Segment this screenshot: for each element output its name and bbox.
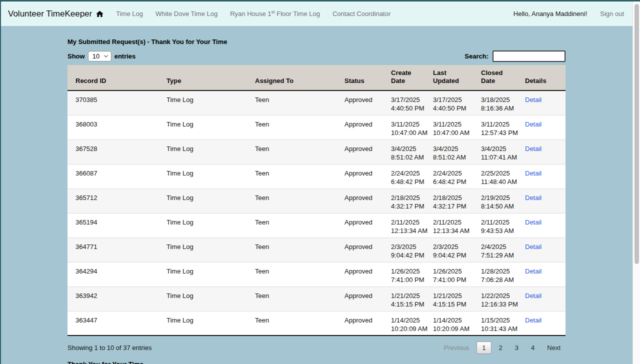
search-input[interactable] <box>492 50 566 62</box>
last-updated-cell: 2/3/20259:04:42 PM <box>425 238 473 262</box>
closed-date-cell: 3/11/202512:57:43 PM <box>473 115 517 140</box>
status-cell: Approved <box>336 238 383 262</box>
nav-link-time-log[interactable]: Time Log <box>116 10 143 18</box>
last-updated-cell: 3/4/20258:51:02 AM <box>425 140 473 164</box>
detail-link[interactable]: Detail <box>525 96 542 104</box>
closed-date-cell: 2/19/20258:14:50 AM <box>473 188 517 213</box>
header-details: Details <box>517 65 566 90</box>
record-id-cell: 364294 <box>68 262 158 286</box>
type-cell: Time Log <box>158 262 247 286</box>
closed-date-cell: 2/4/20257:51:29 AM <box>473 238 517 262</box>
scrollbar <box>632 2 640 364</box>
page-size-select[interactable]: 10 <box>88 51 112 62</box>
record-id-cell: 364771 <box>68 238 158 262</box>
brand-home-link[interactable]: Volunteer TimeKeeper <box>8 9 104 19</box>
create-date-cell: 2/18/20254:32:17 PM <box>383 188 425 213</box>
last-updated-cell: 3/11/202510:47:00 AM <box>425 115 473 140</box>
details-cell: Detail <box>517 238 566 262</box>
record-id-cell: 370385 <box>68 90 158 115</box>
next-page-button[interactable]: Next <box>542 342 566 354</box>
show-label: Show <box>68 52 85 60</box>
table-row: 368003Time LogTeenApproved3/11/202510:47… <box>68 115 566 140</box>
create-date-cell: 2/3/20259:04:42 PM <box>383 238 425 262</box>
show-entries-control: Show 10 entries <box>68 51 136 62</box>
window-frame-left <box>0 0 1 364</box>
detail-link[interactable]: Detail <box>525 170 542 177</box>
table-row: 365712Time LogTeenApproved2/18/20254:32:… <box>68 188 566 213</box>
pagination: Previous 1234 Next <box>439 342 566 354</box>
assigned-to-cell: Teen <box>247 164 336 188</box>
record-id-cell: 365194 <box>68 213 158 238</box>
last-updated-cell: 1/26/20257:41:00 PM <box>425 262 473 286</box>
assigned-to-cell: Teen <box>247 90 336 115</box>
status-cell: Approved <box>336 164 383 188</box>
details-cell: Detail <box>517 164 566 188</box>
create-date-cell: 1/21/20254:15:15 PM <box>383 286 425 311</box>
type-cell: Time Log <box>158 286 247 311</box>
table-row: 364771Time LogTeenApproved2/3/20259:04:4… <box>68 238 566 262</box>
last-updated-cell: 1/21/20254:15:15 PM <box>425 286 473 311</box>
record-id-cell: 366087 <box>68 164 158 188</box>
closed-date-cell: 1/15/202510:31:43 AM <box>473 311 517 336</box>
nav-link-contact-coordinator[interactable]: Contact Coordinator <box>332 10 390 18</box>
record-id-cell: 363942 <box>68 286 158 311</box>
table-row: 363942Time LogTeenApproved1/21/20254:15:… <box>68 286 566 311</box>
detail-link[interactable]: Detail <box>525 268 542 275</box>
nav-link-white-dove-time-log[interactable]: White Dove Time Log <box>156 10 218 18</box>
table-controls: Show 10 entries Search: <box>68 50 566 62</box>
header-type: Type <box>158 65 247 90</box>
type-cell: Time Log <box>158 213 247 238</box>
page-size-select-wrap: 10 <box>88 51 112 62</box>
status-cell: Approved <box>336 262 383 286</box>
bottom-section-title: Thank You for Your Time <box>68 360 566 364</box>
assigned-to-cell: Teen <box>247 238 336 262</box>
create-date-cell: 2/11/202512:13:34 AM <box>383 213 425 238</box>
detail-link[interactable]: Detail <box>525 120 542 128</box>
previous-page-button[interactable]: Previous <box>439 342 474 354</box>
last-updated-cell: 2/11/202512:13:34 AM <box>425 213 473 238</box>
page-button-1[interactable]: 1 <box>476 342 491 354</box>
type-cell: Time Log <box>158 238 247 262</box>
create-date-cell: 2/24/20256:48:42 PM <box>383 164 425 188</box>
assigned-to-cell: Teen <box>247 286 336 311</box>
entries-label: entries <box>114 52 136 60</box>
assigned-to-cell: Teen <box>247 140 336 164</box>
scrollbar-thumb[interactable] <box>634 4 639 264</box>
type-cell: Time Log <box>158 90 247 115</box>
closed-date-cell: 2/11/20259:43:53 AM <box>473 213 517 238</box>
record-id-cell: 367528 <box>68 140 158 164</box>
status-cell: Approved <box>336 213 383 238</box>
detail-link[interactable]: Detail <box>525 194 542 202</box>
details-cell: Detail <box>517 188 566 213</box>
detail-link[interactable]: Detail <box>525 316 542 324</box>
assigned-to-cell: Teen <box>247 311 336 336</box>
status-cell: Approved <box>336 115 383 140</box>
sign-out-link[interactable]: Sign out <box>600 10 624 18</box>
nav-links: Time Log White Dove Time Log Ryan House … <box>116 10 390 18</box>
page-button-2[interactable]: 2 <box>494 342 508 354</box>
details-cell: Detail <box>517 311 566 336</box>
window-frame-top <box>0 0 640 2</box>
detail-link[interactable]: Detail <box>525 145 542 152</box>
user-greeting-link[interactable]: Hello, Ananya Maddineni! <box>514 10 587 18</box>
detail-link[interactable]: Detail <box>525 218 542 226</box>
brand-title: Volunteer TimeKeeper <box>8 9 92 19</box>
header-status: Status <box>336 65 383 90</box>
detail-link[interactable]: Detail <box>525 243 542 250</box>
last-updated-cell: 2/18/20254:32:17 PM <box>425 188 473 213</box>
record-id-cell: 368003 <box>68 115 158 140</box>
detail-link[interactable]: Detail <box>525 292 542 300</box>
table-row: 366087Time LogTeenApproved2/24/20256:48:… <box>68 164 566 188</box>
record-id-cell: 365712 <box>68 188 158 213</box>
table-row: 370385Time LogTeenApproved3/17/20254:40:… <box>68 90 566 115</box>
search-label: Search: <box>464 52 488 60</box>
page-button-3[interactable]: 3 <box>510 342 524 354</box>
table-row: 367528Time LogTeenApproved3/4/20258:51:0… <box>68 140 566 164</box>
table-row: 363447Time LogTeenApproved1/14/202510:20… <box>68 311 566 336</box>
main-content: My Submitted Request(s) - Thank You for … <box>68 38 566 364</box>
closed-date-cell: 2/25/202511:48:40 AM <box>473 164 517 188</box>
type-cell: Time Log <box>158 164 247 188</box>
nav-link-ryan-house-time-log[interactable]: Ryan House 1st Floor Time Log <box>230 10 320 18</box>
records-table: Record ID Type Assigned To Status Create… <box>68 65 566 336</box>
page-button-4[interactable]: 4 <box>526 342 540 354</box>
